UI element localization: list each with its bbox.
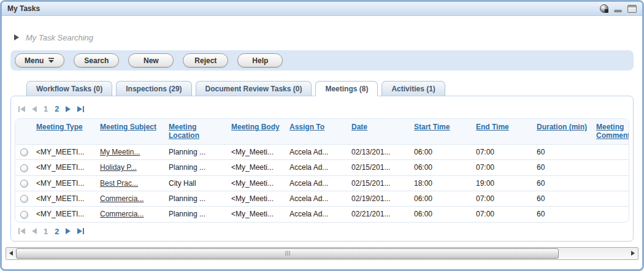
scrollbar-grip-icon xyxy=(285,251,289,256)
sort-meeting-location[interactable]: Meeting Location xyxy=(169,123,199,140)
page-number-link-2[interactable]: 2 xyxy=(55,104,59,113)
table-row: <MY_MEETI... My Meetin... Planning ... <… xyxy=(15,145,629,160)
meeting-body-cell: <My_Meeti... xyxy=(229,207,287,222)
end-time-cell: 07:00 xyxy=(473,160,534,175)
window-title: My Tasks xyxy=(7,4,40,13)
window-controls xyxy=(600,4,637,13)
scrollbar-thumb[interactable] xyxy=(16,248,559,259)
end-time-cell: 07:00 xyxy=(473,145,534,160)
table-row: <MY_MEETI... Best Prac... City Hall <My_… xyxy=(15,175,629,191)
duration-cell: 60 xyxy=(534,175,594,191)
assign-to-cell: Accela Ad... xyxy=(287,175,349,191)
prev-page-icon[interactable] xyxy=(32,106,37,112)
end-time-cell: 07:00 xyxy=(473,207,534,222)
row-select-radio[interactable] xyxy=(20,195,28,203)
comments-cell xyxy=(594,175,629,191)
meeting-body-cell: <My_Meeti... xyxy=(229,160,287,175)
meeting-location-cell: Planning ... xyxy=(166,191,229,206)
date-cell: 02/19/201... xyxy=(349,191,412,206)
tab-workflow-tasks[interactable]: Workflow Tasks (0) xyxy=(26,81,112,96)
duration-cell: 60 xyxy=(534,160,594,175)
pagination-top: 1 2 xyxy=(13,100,631,118)
assign-to-cell: Accela Ad... xyxy=(287,145,349,160)
table-row: <MY_MEETI... Commercia... Planning ... <… xyxy=(15,191,629,206)
meetings-table-container: Meeting Type Meeting Subject Meeting Loc… xyxy=(15,118,629,223)
new-button[interactable]: New xyxy=(128,53,174,67)
duration-cell: 60 xyxy=(534,145,594,160)
sort-duration[interactable]: Duration (min) xyxy=(537,123,587,131)
start-time-cell: 06:00 xyxy=(412,145,473,160)
scroll-right-icon[interactable] xyxy=(628,248,638,259)
next-page-icon[interactable] xyxy=(66,228,71,234)
reject-button[interactable]: Reject xyxy=(183,53,228,67)
select-column-header xyxy=(15,119,34,145)
tab-document-review-tasks[interactable]: Document Review Tasks (0) xyxy=(196,81,312,96)
meeting-subject-link[interactable]: Commercia... xyxy=(100,194,144,203)
sort-meeting-body[interactable]: Meeting Body xyxy=(231,123,280,131)
end-time-cell: 19:00 xyxy=(473,175,534,191)
expand-arrow-icon[interactable] xyxy=(14,34,19,40)
row-select-radio[interactable] xyxy=(20,211,28,219)
row-select-radio[interactable] xyxy=(20,164,28,172)
scroll-left-icon[interactable] xyxy=(6,248,16,259)
last-page-icon[interactable] xyxy=(77,106,84,112)
first-page-icon[interactable] xyxy=(18,106,25,112)
assign-to-cell: Accela Ad... xyxy=(287,191,349,206)
maximize-icon[interactable] xyxy=(627,5,637,13)
table-row: <MY_MEETI... Holiday P... Planning ... <… xyxy=(15,160,629,175)
sort-meeting-comments[interactable]: Meeting Comments xyxy=(596,123,629,140)
meeting-body-cell: <My_Meeti... xyxy=(229,175,287,191)
date-cell: 02/21/201... xyxy=(349,207,412,222)
date-cell: 02/15/201... xyxy=(349,175,412,191)
tab-inspections[interactable]: Inspections (29) xyxy=(116,81,191,96)
meeting-body-cell: <My_Meeti... xyxy=(229,145,287,160)
sort-date[interactable]: Date xyxy=(351,123,367,131)
meeting-location-cell: City Hall xyxy=(166,175,229,191)
tab-meetings[interactable]: Meetings (8) xyxy=(315,81,378,96)
comments-cell xyxy=(594,191,629,206)
page-number-link-2[interactable]: 2 xyxy=(55,227,59,236)
minimize-icon[interactable] xyxy=(614,10,622,12)
date-cell: 02/13/201... xyxy=(349,145,412,160)
horizontal-scrollbar[interactable] xyxy=(6,247,638,260)
first-page-icon[interactable] xyxy=(18,228,25,234)
my-tasks-window: My Tasks My Task Searching Menu Search N… xyxy=(0,0,644,271)
toolbar: Menu Search New Reject Help xyxy=(10,50,634,71)
meeting-location-cell: Planning ... xyxy=(166,160,229,175)
page-number-current: 1 xyxy=(44,227,48,236)
sort-meeting-type[interactable]: Meeting Type xyxy=(36,123,83,131)
start-time-cell: 06:00 xyxy=(412,160,473,175)
assign-to-cell: Accela Ad... xyxy=(287,160,349,175)
meeting-subject-link[interactable]: Commercia... xyxy=(100,210,144,218)
window-options-icon[interactable] xyxy=(600,4,608,13)
date-cell: 02/15/201... xyxy=(349,160,412,175)
meeting-type-cell: <MY_MEETI... xyxy=(34,207,98,222)
task-search-label[interactable]: My Task Searching xyxy=(26,33,93,42)
duration-cell: 60 xyxy=(534,207,594,222)
search-button[interactable]: Search xyxy=(74,53,119,67)
sort-assign-to[interactable]: Assign To xyxy=(289,123,324,131)
tab-activities[interactable]: Activities (1) xyxy=(381,81,445,96)
end-time-cell: 07:00 xyxy=(473,191,534,206)
comments-cell xyxy=(594,207,629,222)
help-button[interactable]: Help xyxy=(237,53,283,67)
assign-to-cell: Accela Ad... xyxy=(287,207,349,222)
sort-meeting-subject[interactable]: Meeting Subject xyxy=(100,123,156,131)
meeting-subject-link[interactable]: My Meetin... xyxy=(100,148,140,156)
row-select-radio[interactable] xyxy=(20,148,28,156)
meeting-subject-link[interactable]: Holiday P... xyxy=(100,163,137,172)
prev-page-icon[interactable] xyxy=(32,228,37,234)
meeting-location-cell: Planning ... xyxy=(166,207,229,222)
menu-button[interactable]: Menu xyxy=(15,53,64,67)
start-time-cell: 06:00 xyxy=(412,191,473,206)
row-select-radio[interactable] xyxy=(20,180,28,188)
sort-start-time[interactable]: Start Time xyxy=(414,123,450,131)
next-page-icon[interactable] xyxy=(66,106,71,112)
sort-end-time[interactable]: End Time xyxy=(476,123,509,131)
tab-strip: Workflow Tasks (0) Inspections (29) Docu… xyxy=(26,81,642,96)
comments-cell xyxy=(594,145,629,160)
meeting-subject-link[interactable]: Best Prac... xyxy=(100,179,138,188)
last-page-icon[interactable] xyxy=(77,228,84,234)
comments-cell xyxy=(594,160,629,175)
menu-button-label: Menu xyxy=(25,56,44,65)
